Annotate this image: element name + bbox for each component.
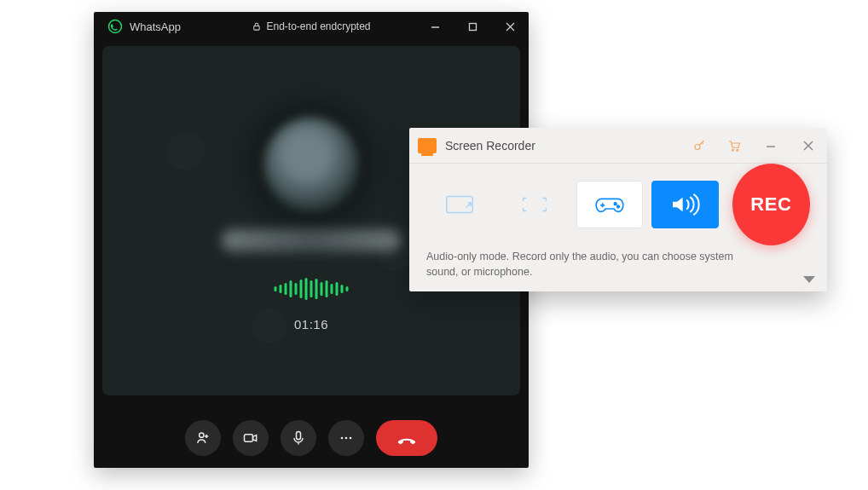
more-options-button[interactable]	[328, 420, 364, 456]
svg-point-0	[109, 20, 122, 33]
svg-point-11	[732, 149, 734, 151]
cart-icon[interactable]	[726, 138, 742, 153]
mode-audio-button[interactable]	[651, 181, 718, 228]
recorder-mode-row: REC	[426, 179, 810, 230]
mode-game-button[interactable]	[576, 181, 643, 228]
encryption-label: End-to-end endcrypted	[266, 20, 370, 32]
svg-rect-5	[245, 435, 253, 441]
mode-description: Audio-only mode. Record only the audio, …	[426, 249, 733, 280]
microphone-button[interactable]	[281, 420, 316, 456]
recorder-app-icon	[418, 138, 437, 153]
key-icon[interactable]	[692, 138, 708, 153]
mode-region-button[interactable]	[426, 181, 493, 228]
record-button-label: REC	[750, 193, 791, 216]
svg-point-12	[737, 149, 738, 151]
svg-rect-6	[297, 432, 301, 440]
record-button[interactable]: REC	[732, 164, 810, 245]
svg-point-7	[341, 437, 344, 440]
recorder-title: Screen Recorder	[445, 139, 535, 153]
svg-point-9	[350, 437, 352, 440]
mode-fullscreen-button[interactable]	[501, 181, 568, 228]
hang-up-button[interactable]	[376, 420, 437, 456]
whatsapp-titlebar[interactable]: WhatsApp End-to-end endcrypted	[94, 12, 529, 41]
caller-avatar	[264, 118, 358, 211]
whatsapp-logo-icon	[107, 19, 123, 34]
svg-point-4	[200, 433, 204, 437]
minimize-button[interactable]	[416, 12, 454, 41]
maximize-button[interactable]	[454, 12, 491, 41]
screen-recorder-window: Screen Recorder	[409, 128, 827, 291]
whatsapp-app-name: WhatsApp	[130, 20, 181, 33]
video-button[interactable]	[233, 420, 269, 456]
lock-icon	[252, 21, 261, 32]
recorder-titlebar[interactable]: Screen Recorder	[409, 128, 827, 164]
svg-point-16	[617, 205, 620, 208]
svg-point-10	[695, 145, 700, 150]
encryption-indicator: End-to-end endcrypted	[252, 20, 370, 32]
svg-rect-3	[469, 23, 476, 30]
svg-point-15	[615, 203, 617, 205]
recorder-minimize-button[interactable]	[752, 128, 790, 164]
call-timer: 01:16	[294, 317, 328, 331]
close-button[interactable]	[491, 12, 529, 41]
audio-waveform-icon	[275, 278, 349, 300]
expand-chevron-icon[interactable]	[803, 276, 815, 283]
add-participant-button[interactable]	[185, 420, 221, 456]
svg-rect-1	[254, 26, 259, 31]
caller-name-blurred	[222, 229, 401, 251]
recorder-body: REC Audio-only mode. Record only the aud…	[409, 164, 827, 291]
call-toolbar	[94, 420, 529, 456]
svg-point-8	[345, 437, 348, 440]
recorder-close-button[interactable]	[790, 128, 827, 164]
